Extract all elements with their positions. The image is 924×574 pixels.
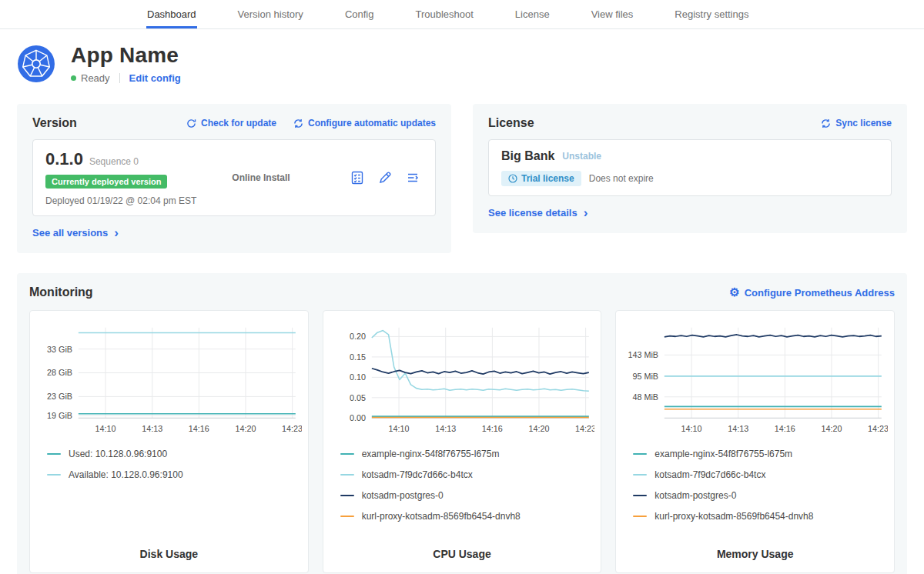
- tab-dashboard[interactable]: Dashboard: [146, 0, 197, 28]
- license-expiry: Does not expire: [589, 173, 654, 184]
- legend-item: kotsadm-postgres-0: [340, 490, 595, 501]
- series-label: kurl-proxy-kotsadm-8569fb6454-dnvh8: [362, 511, 521, 522]
- monitoring-title: Monitoring: [29, 285, 93, 299]
- legend-item: kurl-proxy-kotsadm-8569fb6454-dnvh8: [633, 511, 888, 522]
- tab-license[interactable]: License: [514, 0, 551, 28]
- edit-config-label: Edit config: [129, 72, 181, 84]
- check-for-update-link[interactable]: Check for update: [186, 118, 276, 128]
- svg-text:14:20: 14:20: [235, 424, 256, 433]
- status-dot-icon: [71, 75, 76, 81]
- svg-text:0.20: 0.20: [350, 332, 366, 341]
- deploy-logs-icon[interactable]: [406, 171, 420, 185]
- series-label: example-nginx-54f8f76755-l675m: [654, 449, 792, 459]
- svg-text:14:16: 14:16: [775, 424, 795, 433]
- deployed-timestamp: Deployed 01/19/22 @ 02:04 pm EST: [45, 195, 196, 206]
- tab-registry-settings[interactable]: Registry settings: [674, 0, 749, 28]
- chevron-right-icon: ›: [584, 209, 588, 217]
- svg-text:14:13: 14:13: [435, 424, 456, 433]
- series-swatch: [340, 453, 354, 455]
- memory-usage-card: 14:1014:1314:1614:2014:23143 MiB95 MiB48…: [615, 310, 895, 573]
- svg-text:14:13: 14:13: [142, 424, 162, 433]
- tab-config[interactable]: Config: [344, 0, 375, 28]
- disk-usage-title: Disk Usage: [36, 540, 302, 560]
- series-swatch: [633, 453, 647, 455]
- cpu-usage-legend: example-nginx-54f8f76755-l675m kotsadm-7…: [340, 449, 595, 522]
- series-swatch: [633, 495, 647, 496]
- kots-dashboard-page: Dashboard Version history Config Trouble…: [0, 0, 924, 574]
- svg-text:0.15: 0.15: [350, 352, 366, 362]
- series-label: kotsadm-postgres-0: [362, 490, 444, 501]
- legend-item: example-nginx-54f8f76755-l675m: [340, 449, 595, 459]
- tab-troubleshoot[interactable]: Troubleshoot: [414, 0, 474, 28]
- info-cards-row: Version Check for update: [17, 104, 907, 253]
- sync-license-label: Sync license: [835, 118, 892, 128]
- version-panel: Version Check for update: [17, 104, 451, 253]
- svg-text:48 MiB: 48 MiB: [633, 392, 659, 402]
- license-panel-header: License Sync license: [488, 116, 892, 130]
- cpu-usage-chart: 14:1014:1314:1614:2014:230.200.150.100.0…: [330, 320, 595, 439]
- disk-usage-card: 14:1014:1314:1614:2014:2333 GiB28 GiB23 …: [29, 310, 309, 573]
- svg-text:28 GiB: 28 GiB: [47, 368, 72, 377]
- version-panel-actions: Check for update Configure automatic upd…: [186, 118, 436, 128]
- tab-view-files[interactable]: View files: [591, 0, 634, 28]
- see-all-versions-label: See all versions: [32, 227, 108, 239]
- version-panel-header: Version Check for update: [32, 116, 436, 130]
- refresh-icon: [186, 118, 196, 128]
- install-type-label: Online Install: [196, 172, 350, 183]
- memory-usage-chart: 14:1014:1314:1614:2014:23143 MiB95 MiB48…: [622, 320, 888, 439]
- series-label: kotsadm-postgres-0: [654, 490, 736, 501]
- series-label: Used: 10.128.0.96:9100: [69, 449, 167, 459]
- svg-text:23 GiB: 23 GiB: [47, 392, 72, 401]
- legend-item: Used: 10.128.0.96:9100: [47, 449, 302, 459]
- edit-config-link[interactable]: Edit config: [129, 72, 181, 84]
- svg-text:14:10: 14:10: [95, 424, 116, 433]
- clock-icon: [508, 174, 517, 183]
- memory-usage-legend: example-nginx-54f8f76755-l675m kotsadm-7…: [633, 449, 888, 522]
- svg-text:14:10: 14:10: [681, 424, 702, 433]
- tab-version-history[interactable]: Version history: [237, 0, 304, 28]
- see-license-details-link[interactable]: See license details ›: [488, 207, 588, 219]
- legend-item: kotsadm-7f9dc7d66c-b4tcx: [340, 469, 595, 480]
- version-info-block: 0.1.0 Sequence 0 Currently deployed vers…: [45, 149, 196, 206]
- license-channel: Unstable: [562, 151, 601, 162]
- series-label: example-nginx-54f8f76755-l675m: [362, 449, 500, 459]
- legend-item: example-nginx-54f8f76755-l675m: [633, 449, 888, 459]
- deployed-badge: Currently deployed version: [45, 175, 167, 189]
- sync-icon: [821, 118, 831, 128]
- svg-text:19 GiB: 19 GiB: [47, 411, 72, 420]
- preflight-checks-icon[interactable]: [350, 171, 364, 185]
- configure-auto-updates-label: Configure automatic updates: [308, 118, 436, 128]
- disk-usage-legend: Used: 10.128.0.96:9100 Available: 10.128…: [47, 449, 302, 480]
- series-label: Available: 10.128.0.96:9100: [69, 469, 183, 480]
- series-label: kotsadm-7f9dc7d66c-b4tcx: [362, 469, 473, 480]
- kubernetes-logo-icon: [17, 45, 55, 83]
- edit-config-icon[interactable]: [378, 171, 392, 185]
- version-action-icons: [350, 171, 423, 185]
- vertical-divider: [119, 73, 120, 83]
- svg-text:14:23: 14:23: [282, 424, 302, 433]
- see-all-versions-link[interactable]: See all versions ›: [32, 227, 119, 239]
- configure-prometheus-link[interactable]: ⚙ Configure Prometheus Address: [729, 287, 895, 299]
- svg-text:0.10: 0.10: [350, 372, 366, 382]
- version-number-row: 0.1.0 Sequence 0: [45, 149, 196, 169]
- series-swatch: [47, 453, 61, 455]
- svg-text:14:20: 14:20: [822, 424, 842, 433]
- app-status-row: Ready Edit config: [71, 72, 181, 84]
- svg-text:95 MiB: 95 MiB: [633, 372, 659, 381]
- top-nav: Dashboard Version history Config Trouble…: [0, 0, 924, 29]
- gear-icon: ⚙: [729, 288, 739, 297]
- svg-text:14:23: 14:23: [868, 424, 888, 433]
- series-swatch: [340, 516, 354, 517]
- svg-text:0.05: 0.05: [350, 393, 366, 402]
- sync-license-link[interactable]: Sync license: [821, 118, 892, 128]
- license-panel: License Sync license Big Bank Unstable: [473, 104, 907, 233]
- see-license-details-label: See license details: [488, 207, 578, 219]
- series-swatch: [47, 474, 61, 476]
- trial-license-label: Trial license: [521, 173, 574, 184]
- series-swatch: [340, 474, 354, 476]
- app-status: Ready: [81, 72, 110, 84]
- license-customer-name: Big Bank: [501, 149, 554, 163]
- legend-item: kotsadm-7f9dc7d66c-b4tcx: [633, 469, 888, 480]
- series-swatch: [633, 474, 647, 476]
- configure-auto-updates-link[interactable]: Configure automatic updates: [293, 118, 436, 128]
